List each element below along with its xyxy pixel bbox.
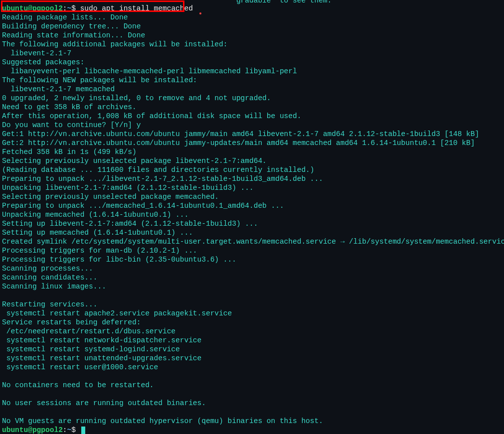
prompt-host: pgpool2 [32, 426, 63, 434]
output-line: No containers need to be restarted. [2, 381, 502, 390]
annotation-dot [199, 12, 201, 14]
output-line: Processing triggers for man-db (2.10.2-1… [2, 246, 502, 255]
prompt-path: ~ [67, 426, 72, 434]
output-line: Service restarts being deferred: [2, 318, 502, 327]
output-line [2, 372, 502, 381]
output-line: Created symlink /etc/systemd/system/mult… [2, 237, 502, 246]
output-line: Preparing to unpack .../libevent-2.1-7_2… [2, 174, 502, 183]
prompt-dollar: $ [71, 426, 80, 434]
output-line: systemctl restart networkd-dispatcher.se… [2, 336, 502, 345]
prompt-at: @ [28, 4, 32, 12]
output-line: No VM guests are running outdated hyperv… [2, 417, 502, 426]
output-line: The following additional packages will b… [2, 40, 502, 49]
output-line: After this operation, 1,008 kB of additi… [2, 112, 502, 121]
output-line: Unpacking memcached (1.6.14-1ubuntu0.1) … [2, 210, 502, 219]
output-line: Preparing to unpack .../memcached_1.6.14… [2, 201, 502, 210]
output-line: Do you want to continue? [Y/n] y [2, 121, 502, 130]
output-line: Setting up libevent-2.1-7:amd64 (2.1.12-… [2, 219, 502, 228]
prompt-dollar: $ [71, 4, 80, 12]
output-line: libevent-2.1-7 [2, 49, 502, 58]
output-line: Need to get 358 kB of archives. [2, 103, 502, 112]
output-line: (Reading database ... 111600 files and d… [2, 165, 502, 174]
output-line: The following NEW packages will be insta… [2, 76, 502, 85]
output-line: systemctl restart systemd-logind.service [2, 345, 502, 354]
prompt-host: pgpool2 [32, 4, 63, 12]
prompt-user: ubuntu [2, 4, 28, 12]
output-line: systemctl restart unattended-upgrades.se… [2, 354, 502, 363]
output-line: Suggested packages: [2, 58, 502, 67]
output-line [2, 408, 502, 417]
terminal-output: Reading package lists... DoneBuilding de… [2, 13, 502, 426]
output-line: Restarting services... [2, 300, 502, 309]
output-line: Setting up memcached (1.6.14-1ubuntu0.1)… [2, 228, 502, 237]
output-line: /etc/needrestart/restart.d/dbus.service [2, 327, 502, 336]
output-line: 0 upgraded, 2 newly installed, 0 to remo… [2, 94, 502, 103]
output-line: libevent-2.1-7 memcached [2, 85, 502, 94]
output-line: Scanning linux images... [2, 282, 502, 291]
command-text: sudo apt install memcached [80, 4, 193, 12]
output-line: No user sessions are running outdated bi… [2, 399, 502, 408]
output-line: Building dependency tree... Done [2, 22, 502, 31]
cursor [81, 427, 85, 434]
output-line: Scanning processes... [2, 264, 502, 273]
prompt-line-1: ubuntu@pgpool2:~$ sudo apt install memca… [2, 4, 502, 13]
output-line: Unpacking libevent-2.1-7:amd64 (2.1.12-s… [2, 183, 502, 192]
prompt-colon: : [63, 426, 67, 434]
prompt-user: ubuntu [2, 426, 28, 434]
output-line [2, 390, 502, 399]
terminal-window[interactable]: gradable to see them. ubuntu@pgpool2:~$ … [0, 0, 504, 434]
output-line: libanyevent-perl libcache-memcached-perl… [2, 67, 502, 76]
output-line: Scanning candidates... [2, 273, 502, 282]
output-line: systemctl restart apache2.service packag… [2, 309, 502, 318]
output-line: Reading package lists... Done [2, 13, 502, 22]
output-line: Get:1 http://vn.archive.ubuntu.com/ubunt… [2, 130, 502, 139]
output-line: Fetched 358 kB in 1s (499 kB/s) [2, 147, 502, 156]
previous-output-fragment: gradable to see them. [2, 0, 332, 5]
prompt-path: ~ [67, 4, 72, 12]
output-line: Selecting previously unselected package … [2, 156, 502, 165]
prompt-line-2[interactable]: ubuntu@pgpool2:~$ [2, 426, 502, 434]
output-line: Processing triggers for libc-bin (2.35-0… [2, 255, 502, 264]
output-line: Get:2 http://vn.archive.ubuntu.com/ubunt… [2, 139, 502, 147]
output-line: Reading state information... Done [2, 31, 502, 40]
output-line: systemctl restart user@1000.service [2, 363, 502, 372]
prompt-colon: : [63, 4, 67, 12]
prompt-at: @ [28, 426, 32, 434]
output-line [2, 291, 502, 300]
output-line: Selecting previously unselected package … [2, 192, 502, 201]
